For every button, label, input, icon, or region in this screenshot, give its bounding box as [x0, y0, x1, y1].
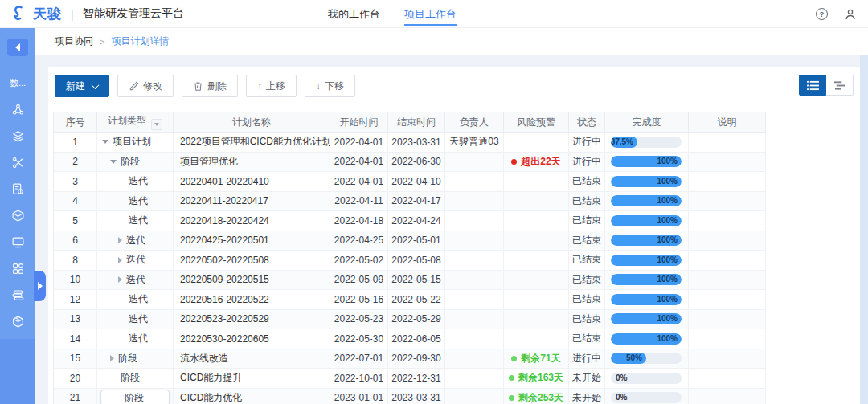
table-row[interactable]: 5迭代20220418-202204242022-04-182022-04-24… [54, 211, 766, 231]
progress-bar: 37.5% [611, 137, 682, 148]
cell-plan-type[interactable]: 阶段 [97, 388, 174, 404]
doc-search-icon[interactable] [0, 176, 35, 202]
table-row[interactable]: 20阶段CICD能力提升2022-10-012022-12-31剩余163天未开… [54, 369, 766, 389]
cell-plan-type[interactable]: 阶段 [97, 369, 174, 389]
cell-end-date: 2023-03-31 [388, 388, 445, 404]
cell-plan-type[interactable]: 迭代 [97, 191, 174, 211]
scissors-icon[interactable] [0, 149, 35, 176]
cell-progress: 100% [605, 211, 689, 231]
user-icon[interactable] [844, 8, 857, 21]
nav-project-workbench[interactable]: 项目工作台 [404, 0, 457, 29]
arrow-down-icon: ↓ [316, 80, 321, 92]
cell-note [689, 172, 766, 192]
expand-row-icon[interactable] [110, 355, 114, 361]
delete-button[interactable]: 删除 [182, 75, 238, 97]
expand-row-icon[interactable] [118, 257, 122, 263]
cell-plan-type[interactable]: 迭代 [97, 251, 174, 271]
filter-icon[interactable] [151, 119, 162, 130]
help-icon[interactable]: ? [816, 8, 828, 20]
cell-status: 进行中 [569, 133, 605, 153]
cell-risk: 超出22天 [504, 152, 569, 172]
cell-end-date: 2022-12-31 [388, 369, 445, 389]
expand-row-icon[interactable] [118, 276, 122, 283]
brand-logo: 天骏 | 智能研发管理云平台 [0, 5, 184, 23]
create-button[interactable]: 新建 [55, 75, 109, 97]
table-row[interactable]: 10迭代20220509-202205152022-05-092022-05-1… [54, 270, 766, 290]
column-header-owner: 负责人 [445, 112, 504, 133]
cell-plan-type[interactable]: 阶段 [97, 349, 174, 369]
cell-plan-type[interactable]: 迭代 [97, 329, 174, 349]
table-row[interactable]: 8迭代20220502-202205082022-05-022022-05-08… [54, 251, 766, 271]
table-row[interactable]: 13迭代20220523-202205292022-05-232022-05-2… [54, 309, 766, 329]
cell-note [689, 251, 766, 271]
list-view-toggle[interactable] [799, 75, 826, 96]
table-row[interactable]: 14迭代20220530-202206052022-05-302022-06-0… [54, 329, 766, 349]
top-nav: 我的工作台 项目工作台 [328, 0, 457, 28]
cell-risk: 剩余163天 [504, 369, 569, 389]
cell-plan-name: 20220530-20220605 [174, 329, 330, 349]
cell-owner [445, 388, 504, 404]
move-down-button[interactable]: ↓ 下移 [305, 75, 355, 97]
table-row[interactable]: 15阶段流水线改造2022-07-012022-09-30剩余71天进行中50% [54, 349, 766, 369]
cell-plan-name: 20220509-20220515 [174, 270, 330, 290]
sidebar-collapse-button[interactable] [7, 39, 28, 56]
move-down-label: 下移 [325, 80, 344, 93]
cell-plan-type[interactable]: 迭代 [97, 231, 174, 251]
scrollbar-strip[interactable] [860, 55, 868, 404]
risk-dot-icon [511, 356, 517, 361]
table-row[interactable]: 6迭代20220425-202205012022-04-252022-05-01… [54, 231, 766, 251]
sidebar-menu: 数... [0, 70, 35, 335]
cell-status: 已结束 [569, 172, 605, 192]
swan-logo-icon [10, 5, 27, 22]
cell-plan-type[interactable]: 迭代 [97, 172, 174, 192]
collapse-row-icon[interactable] [110, 160, 117, 164]
cell-owner [445, 172, 504, 192]
breadcrumb-parent[interactable]: 项目协同 [55, 35, 93, 48]
cell-plan-type[interactable]: 迭代 [97, 211, 174, 231]
cell-serial: 21 [54, 388, 97, 404]
sidebar-item-data-truncated[interactable]: 数... [0, 70, 35, 96]
cell-end-date: 2022-04-10 [388, 172, 445, 192]
table-row[interactable]: 21阶段CICD能力优化2023-01-012023-03-31剩余253天未开… [54, 388, 766, 404]
plan-type-label: 迭代 [126, 253, 145, 267]
layers-icon[interactable] [0, 123, 35, 149]
nav-my-workbench[interactable]: 我的工作台 [328, 0, 380, 29]
column-header-start: 开始时间 [330, 112, 388, 133]
edit-button[interactable]: 修改 [117, 75, 174, 97]
cell-status: 已结束 [569, 309, 605, 329]
table-row[interactable]: 12迭代20220516-202205222022-05-162022-05-2… [54, 290, 766, 310]
cell-plan-type[interactable]: 迭代 [97, 270, 174, 290]
table-row[interactable]: 2阶段项目管理优化2022-04-012022-06-30超出22天进行中100… [54, 152, 766, 172]
expand-row-icon[interactable] [118, 237, 122, 243]
cube-icon[interactable] [0, 202, 35, 229]
cell-plan-type[interactable]: 项目计划 [97, 133, 174, 153]
molecule-icon[interactable] [0, 96, 35, 123]
cell-owner [445, 309, 504, 329]
cell-plan-type[interactable]: 迭代 [97, 309, 174, 329]
table-row[interactable]: 1项目计划2022项目管理和CICD能力优化计划2022-04-012023-0… [54, 133, 766, 153]
table-row[interactable]: 4迭代20220411-202204172022-04-112022-04-17… [54, 191, 766, 211]
collapse-row-icon[interactable] [102, 140, 108, 144]
cell-note [689, 191, 766, 211]
sidebar-expand-handle[interactable] [34, 271, 46, 301]
cell-risk [504, 133, 569, 153]
cell-note [689, 290, 766, 310]
cell-status: 进行中 [569, 152, 605, 172]
cell-start-date: 2022-05-30 [330, 329, 388, 349]
cell-plan-type[interactable]: 迭代 [97, 290, 174, 310]
cell-start-date: 2022-04-01 [330, 133, 388, 153]
progress-bar: 100% [611, 274, 682, 285]
apps-grid-icon[interactable] [0, 255, 35, 282]
cell-progress: 100% [605, 152, 689, 172]
server-stack-icon[interactable] [0, 282, 35, 308]
plan-type-label: 迭代 [126, 273, 145, 287]
move-up-button[interactable]: ↑ 上移 [246, 75, 297, 97]
gantt-view-toggle[interactable] [826, 75, 854, 96]
monitor-icon[interactable] [0, 229, 35, 255]
cell-progress: 100% [605, 309, 689, 329]
package-icon[interactable] [0, 308, 35, 335]
cell-plan-type[interactable]: 阶段 [97, 152, 174, 172]
sidebar-footer-block [0, 339, 35, 404]
risk-label: 剩余163天 [518, 371, 563, 385]
table-row[interactable]: 3迭代20220401-202204102022-04-012022-04-10… [54, 172, 766, 192]
